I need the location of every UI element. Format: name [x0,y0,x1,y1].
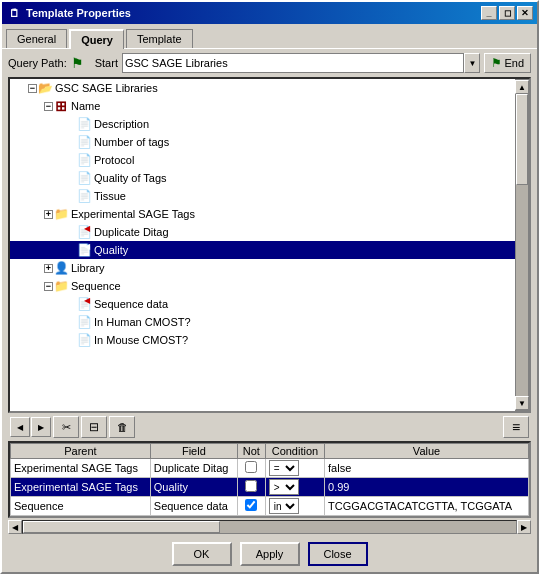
tree-item[interactable]: + 📁 Experimental SAGE Tags [10,205,515,223]
scroll-thumb[interactable] [516,94,528,185]
tree-item[interactable]: 📄 Quality of Tags [10,169,515,187]
scroll-up-button[interactable]: ▲ [515,80,529,94]
query-path-label: Query Path: [8,57,67,69]
not-checkbox[interactable] [245,499,257,511]
not-checkbox[interactable] [245,480,257,492]
end-flag-icon: ⚑ [491,56,502,70]
folder-open-icon: 📂 [37,80,53,96]
delete-button[interactable]: 🗑 [109,416,135,438]
tree-label: Duplicate Ditag [94,226,169,238]
doc-icon: 📄 [76,134,92,150]
query-path-row: Query Path: ⚑ Start ▼ ⚑ End [2,48,537,77]
doc-icon: 📄 [76,188,92,204]
cell-parent: Sequence [11,497,151,516]
ok-button[interactable]: OK [172,542,232,566]
horiz-scroll-thumb[interactable] [23,521,220,533]
tree-label: Experimental SAGE Tags [71,208,195,220]
tree-item[interactable]: 📄 Protocol [10,151,515,169]
vertical-scrollbar[interactable]: ▲ ▼ [515,79,529,411]
grid-icon: ⊞ [53,98,69,114]
tree-item[interactable]: 📄◀ Duplicate Ditag [10,223,515,241]
tree-label: GSC SAGE Libraries [55,82,158,94]
tree-item[interactable]: − 📂 GSC SAGE Libraries [10,79,515,97]
tree-content[interactable]: − 📂 GSC SAGE Libraries − ⊞ Name [10,79,515,411]
scroll-right-button[interactable]: ▶ [517,520,531,534]
copy-button[interactable]: ⊟ [81,416,107,438]
tree-panel: − 📂 GSC SAGE Libraries − ⊞ Name [8,77,531,413]
title-buttons: _ ◻ ✕ [481,6,533,20]
tree-item[interactable]: 📄 In Mouse CMOST? [10,331,515,349]
expand-plus-icon[interactable]: + [44,264,53,273]
scroll-left-button[interactable]: ◀ [8,520,22,534]
tree-item[interactable]: 📄 Description [10,115,515,133]
minimize-button[interactable]: _ [481,6,497,20]
condition-select[interactable]: in [269,498,299,514]
cell-condition[interactable]: = [265,459,324,478]
table-row[interactable]: Experimental SAGE Tags Duplicate Ditag =… [11,459,529,478]
cell-condition[interactable]: in [265,497,324,516]
end-button[interactable]: ⚑ End [484,53,531,73]
scroll-down-button[interactable]: ▼ [515,396,529,410]
close-button[interactable]: ✕ [517,6,533,20]
tab-query[interactable]: Query [69,29,124,49]
cell-value: 0.99 [325,478,529,497]
main-content: − 📂 GSC SAGE Libraries − ⊞ Name [2,77,537,536]
doc-icon: 📄 [76,332,92,348]
tree-label: Quality of Tags [94,172,167,184]
tree-label: Library [71,262,105,274]
tab-template[interactable]: Template [126,29,193,48]
doc-icon: 📄 [76,116,92,132]
tree-item[interactable]: 📄 In Human CMOST? [10,313,515,331]
apply-button[interactable]: Apply [240,542,300,566]
col-header-not: Not [237,444,265,459]
table-row-selected[interactable]: Experimental SAGE Tags Quality > 0.99 [11,478,529,497]
tree-item[interactable]: 📄◀ Sequence data [10,295,515,313]
person-icon: 👤 [53,260,69,276]
copy-icon: ⊟ [89,420,99,434]
col-header-value: Value [325,444,529,459]
folder-icon: 📁 [53,278,69,294]
cell-not[interactable] [237,478,265,497]
list-view-button[interactable]: ≡ [503,416,529,438]
not-checkbox[interactable] [245,461,257,473]
path-dropdown-button[interactable]: ▼ [464,53,480,73]
expand-plus-icon[interactable]: + [44,210,53,219]
condition-select[interactable]: = [269,460,299,476]
doc-icon: 📄 [76,152,92,168]
path-select[interactable] [122,53,464,73]
cut-button[interactable]: ✂ [53,416,79,438]
start-icon: ⚑ [71,55,91,71]
tree-item[interactable]: − ⊞ Name [10,97,515,115]
tree-item[interactable]: 📄 Tissue [10,187,515,205]
tree-item[interactable]: 📄 Number of tags [10,133,515,151]
delete-icon: 🗑 [117,421,128,433]
tree-label: Protocol [94,154,134,166]
tab-general[interactable]: General [6,29,67,48]
tree-label: Tissue [94,190,126,202]
doc-tri-icon: 📄◀ [76,242,92,258]
tree-item-selected[interactable]: 📄◀ Quality [10,241,515,259]
cell-field: Duplicate Ditag [150,459,237,478]
close-button[interactable]: Close [308,542,368,566]
tree-item[interactable]: − 📁 Sequence [10,277,515,295]
tree-label: Sequence data [94,298,168,310]
cell-not[interactable] [237,459,265,478]
window-title: Template Properties [26,7,481,19]
condition-select[interactable]: > [269,479,299,495]
cell-not[interactable] [237,497,265,516]
cell-parent: Experimental SAGE Tags [11,478,151,497]
expand-minus-icon[interactable]: − [44,282,53,291]
title-bar: 🗒 Template Properties _ ◻ ✕ [2,2,537,24]
expand-minus-icon[interactable]: − [44,102,53,111]
scroll-left-button[interactable]: ◀ [10,417,30,437]
table-row[interactable]: Sequence Sequence data in TCGGACGTACATCG… [11,497,529,516]
restore-button[interactable]: ◻ [499,6,515,20]
cell-condition[interactable]: > [265,478,324,497]
expand-minus-icon[interactable]: − [28,84,37,93]
tree-item[interactable]: + 👤 Library [10,259,515,277]
scroll-right-button[interactable]: ▶ [31,417,51,437]
tree-label: Sequence [71,280,121,292]
horiz-scroll-track[interactable] [22,520,517,534]
doc-tri-icon: 📄◀ [76,224,92,240]
tree-label: Quality [94,244,128,256]
